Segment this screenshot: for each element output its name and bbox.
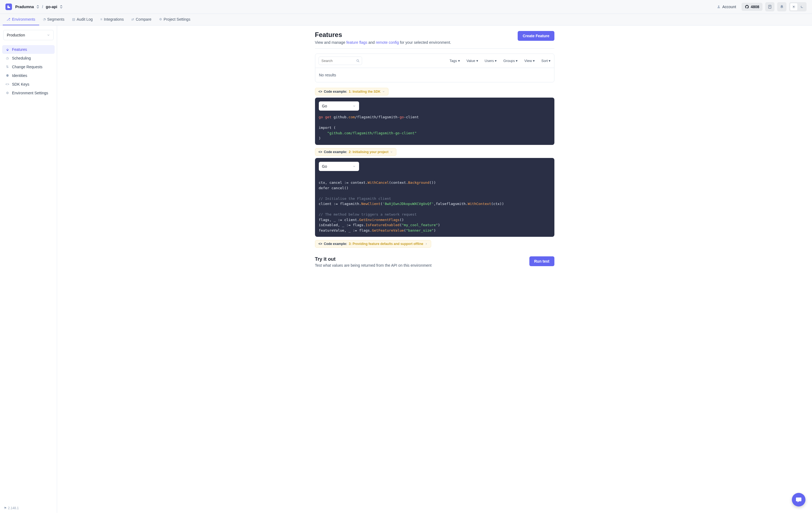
code-icon: <> [319,90,322,93]
tab-label: Audit Log [77,17,93,22]
tab-segments[interactable]: ◔Segments [39,14,68,25]
feature-flags-link[interactable]: feature flags [346,40,367,44]
code-example-step: 1: Installing the SDK [349,90,381,93]
branch-icon: ⎇ [6,18,10,21]
run-test-button[interactable]: Run test [529,256,554,266]
moon-icon [800,5,804,9]
code-content-2: ctx, cancel := context.WithCancel(contex… [319,175,551,233]
create-feature-button[interactable]: Create Feature [518,31,554,41]
chat-icon [795,496,802,503]
environment-name: Production [7,33,25,37]
language-label: Go [322,164,327,169]
page-title: Features [315,31,451,39]
code-block-2: Go ctx, cancel := context.WithCancel(con… [315,158,554,237]
theme-dark-button[interactable] [799,3,806,10]
code-example-prefix: Code example: [324,242,347,246]
code-block-1: Go go get github.com/flagsmith/flagsmith… [315,98,554,145]
tab-project-settings[interactable]: ⚙Project Settings [155,14,194,25]
search-input[interactable] [319,57,362,65]
chevron-down-icon [352,165,356,168]
header-actions: Account 4808 [714,2,807,11]
tab-label: Compare [136,17,151,22]
code-icon: <> [319,242,322,246]
environment-selector[interactable]: Production [3,30,54,40]
code-example-2-header[interactable]: <> Code example: 2: Initialising your pr… [315,148,396,156]
main-content: Features View and manage feature flags a… [57,26,812,513]
account-label: Account [722,5,736,9]
filter-links: Tags ▾ Value ▾ Users ▾ Groups ▾ View ▾ S… [450,59,551,63]
list-icon: ▤ [72,18,75,21]
remote-config-link[interactable]: remote config [376,40,399,44]
tab-label: Segments [47,17,64,22]
breadcrumb-org[interactable]: Pradumna [15,5,34,9]
language-selector[interactable]: Go [319,101,359,111]
page-subtitle: View and manage feature flags and remote… [315,40,451,44]
tab-integrations[interactable]: ≡Integrations [96,14,127,25]
code-example-step: 3: Providing feature defaults and suppor… [349,242,423,246]
code-example-prefix: Code example: [324,150,347,154]
chat-widget-button[interactable] [792,493,806,507]
gear-icon: ⚙ [159,18,162,21]
code-example-prefix: Code example: [324,90,347,93]
chevron-down-icon [382,90,385,93]
features-panel: Tags ▾ Value ▾ Users ▾ Groups ▾ View ▾ S… [315,54,554,82]
sidebar-item-change-requests[interactable]: ⇅Change Requests [2,63,55,71]
theme-toggle [789,2,807,11]
chevron-down-icon [352,104,356,108]
code-example-3-header[interactable]: <> Code example: 3: Providing feature de… [315,240,431,248]
filter-tags[interactable]: Tags ▾ [450,59,460,63]
code-icon: <> [5,82,9,86]
clock-icon: ◷ [5,56,9,60]
svg-line-9 [793,6,793,6]
code-content-1: go get github.com/flagsmith/flagsmith-go… [319,115,551,141]
chevron-updown-icon[interactable] [60,5,63,9]
version-label: ⚑2.148.1 [4,506,19,510]
filter-groups[interactable]: Groups ▾ [503,59,518,63]
rocket-icon: ⬙ [5,48,9,51]
sidebar-item-label: Features [12,47,27,52]
chevron-updown-icon[interactable] [36,5,39,9]
account-link[interactable]: Account [714,3,739,10]
language-label: Go [322,104,327,108]
code-example-1-header[interactable]: <> Code example: 1: Installing the SDK [315,88,388,95]
project-tabs: ⎇Environments ◔Segments ▤Audit Log ≡Inte… [0,14,812,26]
sidebar-item-label: Environment Settings [12,91,48,95]
gear-icon: ⚙ [5,91,9,95]
user-icon [717,5,721,9]
tab-environments[interactable]: ⎇Environments [3,14,39,25]
filter-sort[interactable]: Sort ▾ [541,59,551,63]
sidebar-item-scheduling[interactable]: ◷Scheduling [2,54,55,63]
svg-point-13 [357,60,358,61]
sidebar-item-features[interactable]: ⬙Features [2,45,55,54]
sidebar-item-sdk-keys[interactable]: <>SDK Keys [2,80,55,89]
docs-button[interactable] [765,2,775,11]
sidebar-item-label: Change Requests [12,65,42,69]
language-selector[interactable]: Go [319,162,359,171]
filter-value[interactable]: Value ▾ [466,59,478,63]
filter-users[interactable]: Users ▾ [485,59,497,63]
github-stars-button[interactable]: 4808 [742,3,762,11]
sidebar-item-identities[interactable]: ⚉Identities [2,71,55,80]
breadcrumb-project[interactable]: go-api [46,5,57,9]
app-logo[interactable] [5,3,12,10]
svg-point-4 [793,6,794,8]
tab-label: Environments [12,17,35,22]
page-header: Features View and manage feature flags a… [315,31,554,49]
github-icon [745,5,749,9]
tab-audit-log[interactable]: ▤Audit Log [68,14,96,25]
notifications-button[interactable] [777,2,786,11]
chevron-down-icon [47,33,50,37]
svg-line-12 [794,6,795,6]
tab-compare[interactable]: ⇄Compare [127,14,155,25]
theme-light-button[interactable] [790,3,797,10]
sidebar-item-environment-settings[interactable]: ⚙Environment Settings [2,89,55,97]
sidebar-item-label: Identities [12,73,27,78]
sun-icon [792,5,796,9]
filter-view[interactable]: View ▾ [524,59,535,63]
search-icon [356,59,360,63]
try-it-out-section: Try it out Test what values are being re… [315,256,554,268]
no-results-message: No results [315,68,554,82]
compare-icon: ⇄ [132,18,134,21]
search-box [319,57,362,65]
sidebar-item-label: Scheduling [12,56,31,60]
